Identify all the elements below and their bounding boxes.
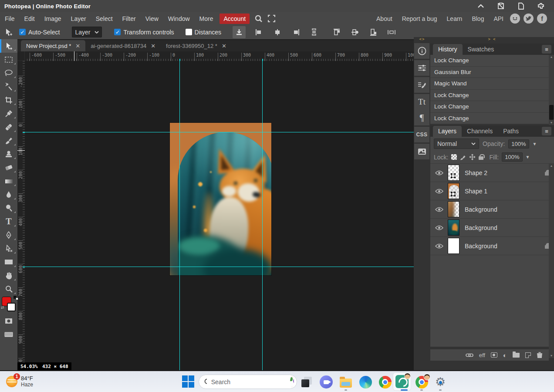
link-blog[interactable]: Blog (469, 14, 487, 24)
distribute-horizontal-icon[interactable] (385, 26, 398, 38)
menu-layer[interactable]: Layer (66, 14, 91, 24)
crop-tool[interactable] (0, 93, 17, 107)
spot-healing-tool[interactable] (0, 120, 17, 134)
auto-select-option[interactable]: ✓ Auto-Select (19, 29, 60, 36)
scroll-up-icon[interactable]: ▲ (549, 55, 554, 59)
dodge-tool[interactable] (0, 201, 17, 215)
align-right-icon[interactable] (289, 26, 302, 38)
search-highlight-image[interactable] (290, 376, 294, 388)
menu-window[interactable]: Window (163, 14, 195, 24)
color-swatches[interactable]: ⇄ (0, 296, 17, 314)
quick-mask-button[interactable] (0, 314, 17, 328)
eyedropper-tool[interactable] (0, 107, 17, 120)
layer-mode-select[interactable]: Layer (72, 27, 102, 37)
history-step[interactable]: Gaussian Blur (430, 67, 554, 78)
link-learn[interactable]: Learn (444, 14, 466, 24)
chrome-profile-button[interactable] (415, 375, 429, 389)
link-about[interactable]: About (373, 14, 395, 24)
character-panel-icon[interactable]: Tt (414, 94, 429, 110)
file-explorer-button[interactable] (339, 375, 353, 389)
tab-paths[interactable]: Paths (498, 126, 524, 137)
layers-scrollbar[interactable]: ▲ ▼ (549, 164, 554, 358)
menu-filter[interactable]: Filter (118, 14, 141, 24)
layer-name[interactable]: Background (465, 224, 497, 231)
magic-wand-tool[interactable] (0, 80, 17, 93)
distances-option[interactable]: Distances (186, 29, 221, 36)
chevron-up-icon[interactable] (477, 3, 484, 10)
history-step[interactable]: Magic Wand (430, 78, 554, 90)
facebook-icon[interactable]: f (537, 14, 547, 24)
vertical-ruler[interactable]: -200-10001002003004005006007008009001000… (17, 61, 25, 370)
new-layer-icon[interactable] (525, 352, 531, 358)
layer-row-background-3[interactable]: Background (430, 200, 554, 219)
visibility-eye-icon[interactable] (430, 243, 448, 249)
tab-new-project[interactable]: New Project.psd * ✕ (21, 40, 85, 51)
blend-mode-select[interactable]: Normal (434, 139, 479, 149)
fullscreen-icon[interactable] (268, 15, 275, 22)
visibility-eye-icon[interactable] (430, 189, 448, 194)
start-button[interactable] (182, 375, 194, 388)
layer-thumbnail[interactable] (448, 238, 459, 254)
layer-name[interactable]: Background (465, 243, 497, 250)
history-step[interactable]: Lock Change (430, 55, 554, 67)
lock-transparency-icon[interactable] (451, 154, 457, 160)
file-icon[interactable] (517, 3, 524, 10)
layer-thumbnail[interactable] (448, 220, 459, 236)
image-panel-icon[interactable] (414, 144, 429, 159)
menu-more[interactable]: More (195, 14, 218, 24)
layer-row-shape2[interactable]: Shape 2 (430, 164, 554, 182)
visibility-eye-icon[interactable] (430, 225, 448, 230)
account-button[interactable]: Account (220, 14, 250, 24)
vertical-guide[interactable] (179, 61, 180, 370)
scroll-down-icon[interactable]: ▼ (549, 354, 554, 358)
vertical-guide[interactable] (262, 61, 263, 370)
task-view-button[interactable] (300, 375, 314, 389)
link-layers-icon[interactable] (466, 353, 473, 357)
brush-tool[interactable] (0, 134, 17, 147)
lock-pixels-icon[interactable] (460, 154, 466, 160)
horizontal-guide[interactable] (25, 267, 414, 267)
blur-tool[interactable] (0, 188, 17, 201)
menu-file[interactable]: File (0, 14, 20, 24)
pen-tool[interactable] (0, 228, 17, 242)
tab-channels[interactable]: Channels (462, 126, 498, 137)
settings-button[interactable]: ⚙ (433, 375, 447, 389)
layer-row-shape1[interactable]: Shape 1 (430, 182, 554, 200)
document-canvas[interactable] (170, 123, 271, 275)
horizontal-ruler[interactable]: -600-500-400-300-200-1000100200300400500… (17, 51, 414, 61)
fill-value[interactable]: 100% (502, 152, 522, 162)
visibility-eye-icon[interactable] (430, 170, 448, 176)
layer-row-background-2[interactable]: Background (430, 219, 554, 237)
adjustments-panel-icon[interactable] (414, 60, 429, 76)
fill-dropdown-icon[interactable]: ▼ (526, 155, 530, 159)
photopea-app-button[interactable] (395, 375, 409, 389)
align-bottom-icon[interactable] (367, 26, 380, 38)
close-icon[interactable]: ✕ (222, 43, 226, 49)
history-step[interactable]: Lock Change (430, 101, 554, 113)
info-panel-icon[interactable] (414, 43, 429, 59)
delete-layer-icon[interactable] (537, 352, 543, 358)
layer-thumbnail[interactable] (448, 183, 459, 199)
tab-history[interactable]: History (433, 44, 463, 55)
insert-image-button[interactable] (233, 26, 246, 38)
opacity-value[interactable]: 100% (508, 139, 529, 149)
link-report-bug[interactable]: Report a bug (399, 14, 440, 24)
distances-checkbox[interactable] (186, 29, 192, 35)
transform-controls-checkbox[interactable]: ✓ (114, 29, 121, 35)
css-panel-icon[interactable]: CSS (414, 127, 429, 142)
scroll-up-icon[interactable]: ▲ (549, 164, 554, 168)
extension-puzzle-icon[interactable] (537, 3, 544, 10)
transform-controls-option[interactable]: ✓ Transform controls (114, 29, 174, 36)
distribute-vertical-icon[interactable] (307, 26, 321, 38)
chat-button[interactable] (319, 375, 333, 389)
paragraph-panel-icon[interactable]: ¶ (414, 110, 429, 125)
rectangle-tool[interactable] (0, 255, 17, 269)
opacity-dropdown-icon[interactable]: ▼ (533, 142, 537, 146)
link-api[interactable]: API (490, 14, 507, 24)
keyboard-shortcuts-button[interactable] (0, 328, 17, 341)
new-group-icon[interactable] (513, 353, 520, 358)
layer-name[interactable]: Shape 2 (465, 169, 487, 176)
collapse-strip-icon[interactable]: <> (414, 37, 430, 43)
edge-button[interactable] (358, 375, 372, 389)
move-tool[interactable] (0, 39, 17, 53)
